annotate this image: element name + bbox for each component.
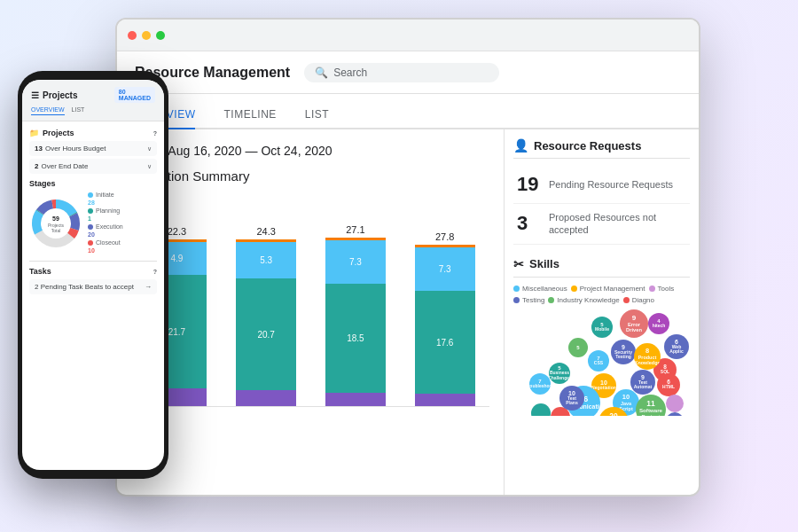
task-arrow: → [145, 283, 152, 291]
skill-bubble: 5Business Challenger [549, 363, 570, 384]
bar-top-4: 7.3 [415, 247, 475, 291]
bar-bot-3 [325, 393, 386, 406]
pending-requests-item: 19 Pending Resource Requests [513, 166, 690, 204]
tab-list[interactable]: LIST [305, 108, 329, 129]
search-bar[interactable]: 🔍 Search [304, 63, 499, 82]
phone-header: ☰ Projects 80MANAGED OVERVIEW LIST [22, 80, 164, 121]
chevron-hours: ∨ [147, 145, 152, 153]
donut-chart: 59 Projects Total [29, 197, 82, 250]
stage-closeout-num: 10 [88, 247, 157, 254]
pending-label: Pending Resource Requests [549, 178, 673, 191]
skill-bubble: 6Web Applic [664, 334, 689, 359]
skill-bubble: 4hitech [648, 313, 669, 334]
skill-bubble: 5 [568, 338, 588, 357]
bar-total-1: 22.3 [168, 226, 186, 237]
tasks-title: Tasks ? [29, 267, 157, 276]
chart-title: Allocation Summary [131, 168, 489, 184]
phone-title: ☰ Projects [31, 90, 77, 100]
bar-group-3: 27.1 7.3 18.5 [318, 211, 394, 406]
phone-tab-list[interactable]: LIST [72, 106, 85, 115]
bar-bot-2 [236, 390, 296, 406]
stage-planning: Planning [88, 207, 157, 214]
bar-bot-4 [415, 394, 475, 406]
date-range: Aug 16, 2020 — Oct 24, 2020 [168, 144, 332, 158]
stage-initiate: Initiate [88, 192, 157, 198]
desktop-chrome [117, 20, 699, 51]
skill-bubble: 7troubleshoot [529, 373, 551, 395]
chrome-close [128, 31, 137, 40]
chrome-minimize [142, 31, 151, 40]
task-item-1: 2 Pending Task Beats to accept → [29, 279, 157, 294]
right-panel: 👤 Resource Requests 19 Pending Resource … [504, 129, 699, 495]
stage-execution: Execution [88, 223, 157, 230]
skills-title: ✂ Skills [513, 257, 690, 278]
app-content: ‹ › Aug 16, 2020 — Oct 24, 2020 Allocati… [117, 129, 699, 495]
stages-list: Initiate 28 Planning 1 Execution [88, 192, 157, 255]
main-panel: ‹ › Aug 16, 2020 — Oct 24, 2020 Allocati… [117, 129, 504, 495]
phone-item-enddate: 2Over End Date ∨ [29, 159, 157, 174]
skill-bubble: 11Software Project [636, 395, 666, 416]
bar-chart: 22.3 4.9 21.7 [131, 194, 489, 407]
proposed-requests-item: 3 Proposed Resources not accepted [513, 204, 690, 245]
legend-industry: Industry Knowledge [548, 296, 619, 304]
chrome-maximize [156, 31, 165, 40]
bar-top-2: 5.3 [236, 242, 296, 278]
legend-dot-pm [571, 286, 577, 292]
bar-mid-2: 20.7 [236, 278, 296, 390]
phone-tasks: Tasks ? 2 Pending Task Beats to accept → [29, 261, 157, 294]
legend-pm: Project Management [571, 285, 645, 293]
stage-initiate-num: 28 [88, 200, 157, 206]
search-placeholder: Search [333, 66, 367, 79]
skill-bubble [531, 403, 551, 416]
phone-tabs: OVERVIEW LIST [31, 106, 155, 115]
svg-text:Total: Total [51, 228, 61, 233]
chevron-enddate: ∨ [147, 163, 152, 170]
tasks-help: ? [153, 269, 157, 275]
proposed-count: 3 [517, 212, 542, 235]
svg-text:59: 59 [52, 215, 59, 222]
proposed-label: Proposed Resources not accepted [549, 211, 686, 237]
managed-badge: 80MANAGED [114, 87, 155, 103]
hamburger-icon: ☰ [31, 90, 39, 100]
legend-dot-misc [513, 286, 520, 292]
bar-mid-3: 18.5 [325, 284, 386, 393]
bar-total-2: 24.3 [256, 226, 275, 237]
bubble-chart: 9Error Driven4hitech6Web Applic8SQL5Mobi… [513, 309, 690, 416]
desktop-mockup: Resource Management 🔍 Search OVERVIEW TI… [115, 18, 700, 497]
skill-bubble: 6HTML [657, 373, 680, 396]
phone-item-hours: 13Over Hours Budget ∨ [29, 141, 157, 156]
skill-bubble: 9Test Automat [630, 370, 655, 395]
date-nav: ‹ › Aug 16, 2020 — Oct 24, 2020 [131, 142, 489, 160]
legend-tools: Tools [649, 285, 675, 293]
legend-testing: Testing [513, 296, 544, 304]
skills-section: ✂ Skills Miscellaneous Project Managemen… [513, 257, 690, 416]
bar-total-3: 27.1 [346, 224, 364, 235]
bar-top-3: 7.3 [325, 240, 386, 284]
legend-misc: Miscellaneous [513, 285, 567, 293]
skill-bubble [666, 395, 684, 412]
phone-mockup: ☰ Projects 80MANAGED OVERVIEW LIST 📁 Pro… [18, 71, 168, 479]
resource-requests-section: 👤 Resource Requests 19 Pending Resource … [513, 138, 690, 245]
resource-requests-icon: 👤 [513, 138, 528, 153]
phone-projects-title: 📁 Projects ? [29, 129, 157, 137]
app-header: Resource Management 🔍 Search [117, 51, 699, 94]
legend-dot-industry [548, 297, 554, 303]
pending-count: 19 [517, 173, 542, 196]
phone-content: 📁 Projects ? 13Over Hours Budget ∨ 2Over… [22, 121, 164, 470]
skill-bubble: 8Product Knowledge [634, 343, 661, 370]
bar-total-4: 27.8 [435, 231, 454, 242]
phone-tab-overview[interactable]: OVERVIEW [31, 106, 65, 115]
skill-bubble: 9Security Testing [611, 340, 636, 364]
folder-icon: 📁 [29, 129, 39, 137]
skill-bubble: 9Error Driven [620, 309, 648, 338]
legend-diagno: Diagno [623, 296, 654, 304]
tab-timeline[interactable]: TIMELINE [223, 108, 276, 129]
app-tabs: OVERVIEW TIMELINE LIST [117, 94, 699, 129]
projects-help: ? [153, 130, 157, 137]
legend-dot-diagno [623, 297, 630, 303]
phone-screen: ☰ Projects 80MANAGED OVERVIEW LIST 📁 Pro… [22, 80, 164, 470]
skills-icon: ✂ [513, 257, 524, 271]
skill-bubble: 10Test Plans [559, 386, 584, 411]
skills-legend: Miscellaneous Project Management Tools T… [513, 285, 690, 304]
skill-bubble: 5Mobile [591, 317, 613, 338]
